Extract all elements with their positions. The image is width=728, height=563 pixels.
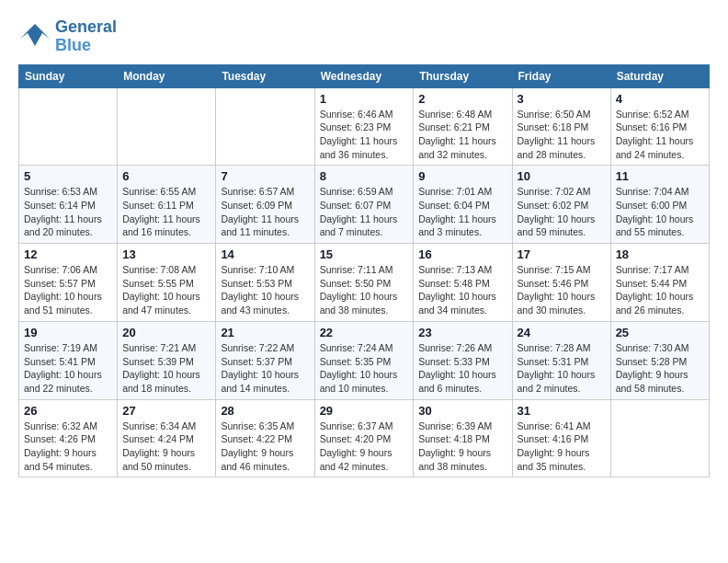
- day-number: 9: [418, 169, 506, 183]
- day-number: 14: [221, 247, 309, 261]
- day-info: Sunrise: 7:24 AMSunset: 5:35 PMDaylight:…: [320, 341, 409, 396]
- weekday-header-thursday: Thursday: [414, 64, 512, 87]
- day-number: 31: [518, 404, 606, 418]
- calendar-empty-cell: [610, 399, 709, 477]
- calendar-day-17: 17Sunrise: 7:15 AMSunset: 5:46 PMDayligh…: [512, 244, 610, 322]
- page-header: General Blue: [18, 18, 710, 55]
- calendar-week-row: 26Sunrise: 6:32 AMSunset: 4:26 PMDayligh…: [19, 399, 710, 477]
- day-info: Sunrise: 6:34 AMSunset: 4:24 PMDaylight:…: [122, 419, 210, 474]
- weekday-header-saturday: Saturday: [610, 64, 709, 87]
- weekday-header-wednesday: Wednesday: [314, 64, 414, 87]
- calendar-day-14: 14Sunrise: 7:10 AMSunset: 5:53 PMDayligh…: [216, 244, 314, 322]
- day-info: Sunrise: 7:02 AMSunset: 6:02 PMDaylight:…: [518, 185, 606, 239]
- day-info: Sunrise: 6:55 AMSunset: 6:11 PMDaylight:…: [122, 185, 210, 239]
- day-info: Sunrise: 7:22 AMSunset: 5:37 PMDaylight:…: [221, 341, 309, 396]
- calendar-day-15: 15Sunrise: 7:11 AMSunset: 5:50 PMDayligh…: [314, 244, 414, 322]
- calendar-week-row: 12Sunrise: 7:06 AMSunset: 5:57 PMDayligh…: [19, 244, 710, 322]
- day-number: 17: [518, 247, 606, 261]
- day-number: 19: [24, 326, 112, 339]
- calendar-day-8: 8Sunrise: 6:59 AMSunset: 6:07 PMDaylight…: [314, 166, 414, 244]
- calendar-day-27: 27Sunrise: 6:34 AMSunset: 4:24 PMDayligh…: [118, 399, 216, 477]
- calendar-day-21: 21Sunrise: 7:22 AMSunset: 5:37 PMDayligh…: [216, 321, 314, 399]
- calendar-day-16: 16Sunrise: 7:13 AMSunset: 5:48 PMDayligh…: [414, 244, 512, 322]
- day-info: Sunrise: 6:46 AMSunset: 6:23 PMDaylight:…: [320, 108, 409, 162]
- day-number: 5: [24, 169, 112, 183]
- calendar-week-row: 1Sunrise: 6:46 AMSunset: 6:23 PMDaylight…: [19, 87, 710, 166]
- calendar-day-10: 10Sunrise: 7:02 AMSunset: 6:02 PMDayligh…: [512, 166, 610, 244]
- day-info: Sunrise: 7:06 AMSunset: 5:57 PMDaylight:…: [24, 263, 112, 317]
- calendar-day-4: 4Sunrise: 6:52 AMSunset: 6:16 PMDaylight…: [610, 87, 709, 166]
- day-number: 12: [24, 247, 112, 261]
- day-info: Sunrise: 7:30 AMSunset: 5:28 PMDaylight:…: [616, 341, 704, 396]
- day-info: Sunrise: 7:08 AMSunset: 5:55 PMDaylight:…: [122, 263, 210, 317]
- day-info: Sunrise: 6:50 AMSunset: 6:18 PMDaylight:…: [518, 108, 606, 162]
- calendar-day-26: 26Sunrise: 6:32 AMSunset: 4:26 PMDayligh…: [19, 399, 118, 477]
- day-number: 26: [24, 404, 112, 418]
- weekday-header-row: SundayMondayTuesdayWednesdayThursdayFrid…: [19, 64, 710, 87]
- day-info: Sunrise: 7:13 AMSunset: 5:48 PMDaylight:…: [418, 263, 506, 317]
- day-info: Sunrise: 6:57 AMSunset: 6:09 PMDaylight:…: [221, 185, 309, 239]
- day-number: 4: [616, 92, 704, 106]
- day-number: 13: [122, 247, 210, 261]
- day-number: 20: [122, 326, 210, 339]
- day-info: Sunrise: 6:48 AMSunset: 6:21 PMDaylight:…: [418, 108, 506, 162]
- day-number: 28: [221, 404, 309, 418]
- day-number: 8: [320, 169, 409, 183]
- day-info: Sunrise: 7:21 AMSunset: 5:39 PMDaylight:…: [122, 341, 210, 396]
- calendar-day-7: 7Sunrise: 6:57 AMSunset: 6:09 PMDaylight…: [216, 166, 314, 244]
- weekday-header-tuesday: Tuesday: [216, 64, 314, 87]
- day-number: 6: [122, 169, 210, 183]
- calendar-day-13: 13Sunrise: 7:08 AMSunset: 5:55 PMDayligh…: [118, 244, 216, 322]
- day-info: Sunrise: 6:32 AMSunset: 4:26 PMDaylight:…: [24, 419, 112, 474]
- day-number: 15: [320, 247, 409, 261]
- day-number: 3: [518, 92, 606, 106]
- day-number: 23: [418, 326, 506, 339]
- calendar-day-20: 20Sunrise: 7:21 AMSunset: 5:39 PMDayligh…: [118, 321, 216, 399]
- calendar-day-22: 22Sunrise: 7:24 AMSunset: 5:35 PMDayligh…: [314, 321, 414, 399]
- calendar-day-23: 23Sunrise: 7:26 AMSunset: 5:33 PMDayligh…: [414, 321, 512, 399]
- logo-text: General Blue: [55, 18, 117, 55]
- day-info: Sunrise: 6:53 AMSunset: 6:14 PMDaylight:…: [24, 185, 112, 239]
- calendar-day-11: 11Sunrise: 7:04 AMSunset: 6:00 PMDayligh…: [610, 166, 709, 244]
- day-number: 11: [616, 169, 704, 183]
- day-number: 16: [418, 247, 506, 261]
- calendar-day-9: 9Sunrise: 7:01 AMSunset: 6:04 PMDaylight…: [414, 166, 512, 244]
- day-number: 25: [616, 326, 704, 339]
- calendar-table: SundayMondayTuesdayWednesdayThursdayFrid…: [18, 64, 710, 478]
- calendar-empty-cell: [19, 87, 118, 166]
- calendar-day-12: 12Sunrise: 7:06 AMSunset: 5:57 PMDayligh…: [19, 244, 118, 322]
- day-number: 29: [320, 404, 409, 418]
- day-info: Sunrise: 6:41 AMSunset: 4:16 PMDaylight:…: [518, 419, 606, 474]
- weekday-header-friday: Friday: [512, 64, 610, 87]
- day-info: Sunrise: 7:10 AMSunset: 5:53 PMDaylight:…: [221, 263, 309, 317]
- weekday-header-monday: Monday: [118, 64, 216, 87]
- day-info: Sunrise: 7:11 AMSunset: 5:50 PMDaylight:…: [320, 263, 409, 317]
- calendar-day-2: 2Sunrise: 6:48 AMSunset: 6:21 PMDaylight…: [414, 87, 512, 166]
- calendar-day-18: 18Sunrise: 7:17 AMSunset: 5:44 PMDayligh…: [610, 244, 709, 322]
- day-number: 2: [418, 92, 506, 106]
- day-number: 18: [616, 247, 704, 261]
- calendar-day-3: 3Sunrise: 6:50 AMSunset: 6:18 PMDaylight…: [512, 87, 610, 166]
- calendar-week-row: 19Sunrise: 7:19 AMSunset: 5:41 PMDayligh…: [19, 321, 710, 399]
- day-number: 30: [418, 404, 506, 418]
- calendar-day-31: 31Sunrise: 6:41 AMSunset: 4:16 PMDayligh…: [512, 399, 610, 477]
- calendar-week-row: 5Sunrise: 6:53 AMSunset: 6:14 PMDaylight…: [19, 166, 710, 244]
- day-info: Sunrise: 6:39 AMSunset: 4:18 PMDaylight:…: [418, 419, 506, 474]
- calendar-day-25: 25Sunrise: 7:30 AMSunset: 5:28 PMDayligh…: [610, 321, 709, 399]
- calendar-day-1: 1Sunrise: 6:46 AMSunset: 6:23 PMDaylight…: [314, 87, 414, 166]
- calendar-day-24: 24Sunrise: 7:28 AMSunset: 5:31 PMDayligh…: [512, 321, 610, 399]
- day-info: Sunrise: 6:59 AMSunset: 6:07 PMDaylight:…: [320, 185, 409, 239]
- day-number: 7: [221, 169, 309, 183]
- day-info: Sunrise: 7:17 AMSunset: 5:44 PMDaylight:…: [616, 263, 704, 317]
- day-info: Sunrise: 7:15 AMSunset: 5:46 PMDaylight:…: [518, 263, 606, 317]
- calendar-day-30: 30Sunrise: 6:39 AMSunset: 4:18 PMDayligh…: [414, 399, 512, 477]
- calendar-day-28: 28Sunrise: 6:35 AMSunset: 4:22 PMDayligh…: [216, 399, 314, 477]
- day-number: 22: [320, 326, 409, 339]
- day-number: 24: [518, 326, 606, 339]
- day-info: Sunrise: 7:01 AMSunset: 6:04 PMDaylight:…: [418, 185, 506, 239]
- weekday-header-sunday: Sunday: [19, 64, 118, 87]
- day-info: Sunrise: 7:04 AMSunset: 6:00 PMDaylight:…: [616, 185, 704, 239]
- logo: General Blue: [18, 18, 117, 55]
- day-info: Sunrise: 6:37 AMSunset: 4:20 PMDaylight:…: [320, 419, 409, 474]
- calendar-empty-cell: [118, 87, 216, 166]
